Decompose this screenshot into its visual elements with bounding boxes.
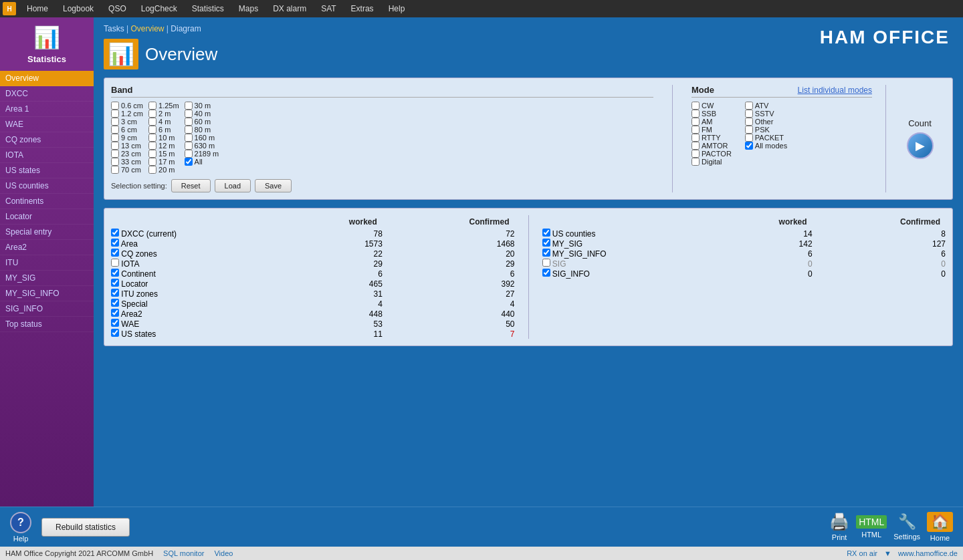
sidebar-item-topstatus[interactable]: Top status [0, 317, 94, 332]
mode-allmodes-checkbox[interactable] [745, 142, 753, 150]
rx-dropdown-icon[interactable]: ▼ [884, 549, 891, 557]
html-action[interactable]: HTML HTML [856, 515, 887, 539]
website-link[interactable]: www.hamoffice.de [898, 549, 958, 557]
band-06cm-checkbox[interactable] [111, 102, 119, 110]
mode-fm-checkbox[interactable] [691, 126, 700, 134]
sidebar-item-area1[interactable]: Area 1 [0, 102, 94, 117]
settings-action[interactable]: 🔧 Settings [893, 513, 920, 541]
band-6cm-checkbox[interactable] [111, 126, 119, 134]
siginfo-stat-checkbox[interactable] [542, 269, 550, 277]
sidebar-item-usstates[interactable]: US states [0, 163, 94, 178]
mode-atv-checkbox[interactable] [745, 102, 753, 110]
band-2189m-checkbox[interactable] [185, 150, 193, 158]
mode-amtor-checkbox[interactable] [691, 142, 700, 150]
mode-am-checkbox[interactable] [691, 118, 700, 126]
mode-cw-checkbox[interactable] [691, 102, 700, 110]
menu-logbook[interactable]: Logbook [56, 3, 100, 15]
menu-statistics[interactable]: Statistics [185, 3, 231, 15]
band-12m-checkbox[interactable] [148, 142, 156, 150]
area-checkbox[interactable] [111, 239, 119, 247]
list-modes-link[interactable]: List individual modes [798, 86, 872, 95]
save-button[interactable]: Save [255, 179, 292, 192]
band-6m-checkbox[interactable] [148, 126, 156, 134]
menu-logcheck[interactable]: LogCheck [134, 3, 184, 15]
video-link[interactable]: Video [214, 549, 233, 557]
sidebar-item-mysig[interactable]: MY_SIG [0, 271, 94, 286]
band-4m-checkbox[interactable] [148, 118, 156, 126]
mode-digital-checkbox[interactable] [691, 158, 700, 166]
band-80m-checkbox[interactable] [185, 126, 193, 134]
continent-checkbox[interactable] [111, 269, 119, 277]
area2-checkbox[interactable] [111, 309, 119, 317]
band-all-checkbox[interactable] [185, 158, 193, 166]
menu-home[interactable]: Home [20, 3, 55, 15]
locator-checkbox[interactable] [111, 279, 119, 287]
band-13cm-checkbox[interactable] [111, 142, 119, 150]
sig-stat-checkbox[interactable] [542, 259, 550, 267]
band-630m-checkbox[interactable] [185, 142, 193, 150]
sidebar-item-itu[interactable]: ITU [0, 255, 94, 271]
sidebar-item-iota[interactable]: IOTA [0, 148, 94, 163]
band-70cm-checkbox[interactable] [111, 166, 119, 174]
menu-maps[interactable]: Maps [232, 3, 265, 15]
mysig-stat-checkbox[interactable] [542, 239, 550, 247]
mode-other-checkbox[interactable] [745, 118, 753, 126]
sidebar-item-cqzones[interactable]: CQ zones [0, 132, 94, 148]
sidebar-item-overview[interactable]: Overview [0, 71, 94, 86]
home-action[interactable]: 🏠 Home [927, 512, 953, 542]
menu-extras[interactable]: Extras [344, 3, 381, 15]
band-15m-checkbox[interactable] [148, 150, 156, 158]
sidebar-item-dxcc[interactable]: DXCC [0, 86, 94, 102]
print-action[interactable]: 🖨️ Print [829, 513, 849, 541]
band-40m-checkbox[interactable] [185, 110, 193, 118]
special-checkbox[interactable] [111, 299, 119, 307]
band-60m-checkbox[interactable] [185, 118, 193, 126]
menu-sat[interactable]: SAT [314, 3, 342, 15]
breadcrumb-tasks[interactable]: Tasks [104, 24, 124, 33]
band-160m-checkbox[interactable] [185, 134, 193, 142]
mode-packet-checkbox[interactable] [745, 134, 753, 142]
sidebar-item-continents[interactable]: Continents [0, 194, 94, 209]
band-9cm-checkbox[interactable] [111, 134, 119, 142]
breadcrumb-overview[interactable]: Overview [130, 24, 164, 33]
band-125m-checkbox[interactable] [148, 102, 156, 110]
sidebar-item-special[interactable]: Special entry [0, 225, 94, 240]
sidebar-item-siginfo[interactable]: SIG_INFO [0, 301, 94, 317]
mode-ssb-checkbox[interactable] [691, 110, 700, 118]
reset-button[interactable]: Reset [171, 179, 211, 192]
rebuild-statistics-button[interactable]: Rebuild statistics [41, 518, 130, 537]
band-17m-checkbox[interactable] [148, 158, 156, 166]
mode-rtty-checkbox[interactable] [691, 134, 700, 142]
sidebar-item-mysiginfo[interactable]: MY_SIG_INFO [0, 286, 94, 301]
dxcc-checkbox[interactable] [111, 229, 119, 237]
menu-dxalarm[interactable]: DX alarm [266, 3, 313, 15]
band-33cm-checkbox[interactable] [111, 158, 119, 166]
usstates-stat-checkbox[interactable] [111, 329, 119, 337]
sidebar-item-area2[interactable]: Area2 [0, 240, 94, 255]
sql-monitor-link[interactable]: SQL monitor [163, 549, 204, 557]
sidebar-item-uscounties[interactable]: US counties [0, 178, 94, 194]
wae-checkbox[interactable] [111, 319, 119, 327]
mysiginfo-stat-checkbox[interactable] [542, 249, 550, 257]
band-3cm-checkbox[interactable] [111, 118, 119, 126]
cqzones-checkbox[interactable] [111, 249, 119, 257]
band-2m-checkbox[interactable] [148, 110, 156, 118]
help-button[interactable]: ? Help [10, 512, 31, 543]
breadcrumb-diagram[interactable]: Diagram [171, 24, 201, 33]
band-23cm-checkbox[interactable] [111, 150, 119, 158]
itu-checkbox[interactable] [111, 289, 119, 297]
iota-checkbox[interactable] [111, 259, 119, 267]
count-button[interactable]: ▶ [907, 132, 934, 159]
menu-help[interactable]: Help [382, 3, 412, 15]
menu-qso[interactable]: QSO [102, 3, 133, 15]
mode-psk-checkbox[interactable] [745, 126, 753, 134]
band-10m-checkbox[interactable] [148, 134, 156, 142]
band-20m-checkbox[interactable] [148, 166, 156, 174]
mode-sstv-checkbox[interactable] [745, 110, 753, 118]
band-12cm-checkbox[interactable] [111, 110, 119, 118]
load-button[interactable]: Load [215, 179, 251, 192]
uscounties-stat-checkbox[interactable] [542, 229, 550, 237]
band-30m-checkbox[interactable] [185, 102, 193, 110]
sidebar-item-locator[interactable]: Locator [0, 209, 94, 225]
sidebar-item-wae[interactable]: WAE [0, 117, 94, 132]
